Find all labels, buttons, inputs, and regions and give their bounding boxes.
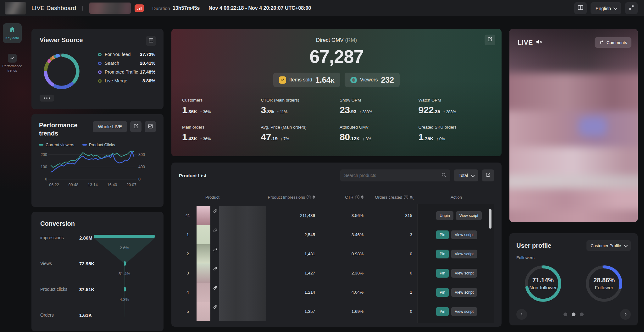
chevron-down-icon <box>624 243 628 247</box>
link-icon[interactable] <box>211 209 219 213</box>
live-status-badge <box>135 4 144 12</box>
viewer-source-card: Viewer Source For You feed37.72%Search20… <box>31 29 164 109</box>
viewer-source-detail-button[interactable] <box>146 36 156 46</box>
gmv-pill-items-sold: Items sold1.64K <box>273 73 340 87</box>
view-script-button[interactable]: View script <box>451 230 477 239</box>
more-options-button[interactable] <box>40 95 54 102</box>
product-rank: 1 <box>179 232 197 237</box>
carousel-dot[interactable] <box>564 313 567 316</box>
scope-selector-button[interactable]: Whole LIVE <box>93 121 127 132</box>
blurred-product-name <box>219 225 266 244</box>
sort-icon[interactable] <box>410 195 412 199</box>
gmv-pill-viewers: Viewers232 <box>345 73 400 87</box>
comments-toggle-button[interactable]: Comments <box>595 37 631 48</box>
metric-delta: ↑11% <box>277 109 288 114</box>
help-icon[interactable]: ? <box>307 195 311 199</box>
ctr-value: 2.38% <box>315 271 364 275</box>
panel-layout-button[interactable] <box>574 2 587 14</box>
table-row: 31,4272.38%0PinView script <box>179 263 494 283</box>
blurred-product-thumbnail <box>197 283 210 302</box>
gmv-pills: Items sold1.64KViewers232 <box>171 73 502 87</box>
gauge-label: Follower <box>593 285 615 290</box>
carousel-dot[interactable] <box>572 313 575 316</box>
impressions-value: 1,214 <box>266 290 315 295</box>
sort-icon[interactable] <box>361 195 364 199</box>
pin-button[interactable]: Pin <box>436 288 449 297</box>
sidebar-item-key-data[interactable]: Key data <box>3 23 22 43</box>
carousel-dot[interactable] <box>580 313 584 316</box>
link-icon[interactable] <box>211 286 219 290</box>
help-icon[interactable]: ? <box>404 195 408 199</box>
conversion-card: Conversion impressions2.86MViews72.95KPr… <box>31 212 164 331</box>
arrow-down-icon: ↓ <box>280 136 283 141</box>
link-icon[interactable] <box>211 228 219 232</box>
view-script-button[interactable]: View script <box>451 288 477 297</box>
edit-product-list-button[interactable] <box>482 169 494 181</box>
date-range: Nov 4 06:22:18 - Nov 4 20:20:07 UTC+08:0… <box>208 5 311 11</box>
legend-swatch <box>98 62 102 65</box>
dropdown-value: Customer Profile <box>591 243 621 248</box>
followers-subtitle: Followers <box>516 255 631 260</box>
gauge-center: 71.14%Non-follower <box>529 277 557 290</box>
view-script-button[interactable]: View script <box>451 269 477 278</box>
metric-int: 922 <box>419 105 434 115</box>
blurred-product-name <box>219 283 266 302</box>
open-trend-chart-button[interactable] <box>145 121 156 132</box>
live-label: LIVE <box>518 39 542 47</box>
legend-value: 8.86% <box>142 78 155 83</box>
arrow-up-icon: ↑ <box>436 136 438 141</box>
live-dashboard-app: LIVE Dashboard Duration 13h57m45s Nov 4 … <box>0 0 644 332</box>
svg-text:0: 0 <box>45 177 47 181</box>
metric-delta: ↓3% <box>363 136 371 141</box>
fullscreen-button[interactable] <box>625 2 638 14</box>
carousel-next-button[interactable] <box>620 309 631 320</box>
pin-button[interactable]: Pin <box>436 269 449 278</box>
funnel-stage-label: Views <box>40 261 77 266</box>
metric-delta: ↑0% <box>436 136 445 141</box>
link-icon[interactable] <box>211 247 219 252</box>
gmv-currency: (RM) <box>345 37 357 43</box>
pin-button[interactable]: Pin <box>436 250 449 258</box>
muted-speaker-icon[interactable] <box>536 39 542 47</box>
metric-customers: Customers1.36K↑36% <box>182 98 255 115</box>
metric-value: 3.8%↑11% <box>261 105 334 115</box>
gauge-follower: 28.86%Follower <box>580 264 628 303</box>
edit-icon <box>487 37 492 43</box>
search-input[interactable] <box>344 173 441 178</box>
unpin-button[interactable]: Unpin <box>436 211 453 220</box>
edit-icon <box>133 124 139 130</box>
language-selector[interactable]: English <box>591 2 621 14</box>
metric-value: 1.43K↑36% <box>182 132 255 142</box>
action-cell: PinView script <box>419 230 494 239</box>
table-scrollbar-thumb[interactable] <box>489 209 491 229</box>
funnel-rate-label: 4.3% <box>94 297 155 302</box>
view-script-button[interactable]: View script <box>451 250 477 258</box>
svg-text:20:07: 20:07 <box>126 183 136 187</box>
sort-icon[interactable] <box>313 195 315 199</box>
metric-dec: .43K <box>187 136 197 141</box>
link-icon[interactable] <box>211 267 219 271</box>
help-icon[interactable]: ? <box>355 195 359 199</box>
view-script-button[interactable]: View script <box>451 307 477 316</box>
metric-attributed-gmv: Attributed GMV80.12K↓3% <box>340 125 412 142</box>
language-value: English <box>596 6 611 11</box>
funnel-stage-label: impressions <box>40 235 77 240</box>
carousel-prev-button[interactable] <box>516 309 527 320</box>
impressions-value: 211,436 <box>266 213 315 218</box>
pin-button[interactable]: Pin <box>436 307 449 316</box>
blurred-account-name <box>89 3 131 14</box>
edit-gmv-card-button[interactable] <box>485 35 495 45</box>
link-icon[interactable] <box>211 305 219 309</box>
customer-profile-dropdown[interactable]: Customer Profile <box>586 240 631 251</box>
view-script-button[interactable]: View script <box>456 211 482 220</box>
legend-label: For You feed <box>105 52 130 57</box>
pin-button[interactable]: Pin <box>436 230 449 239</box>
funnel-stage-label: Orders <box>40 313 77 318</box>
sidebar-item-performance-trends[interactable]: Performance trends <box>3 51 22 75</box>
edit-chart-button[interactable] <box>130 121 142 132</box>
search-icon[interactable] <box>441 172 447 179</box>
total-filter-dropdown[interactable]: Total <box>454 169 478 181</box>
metric-value: 47.19↓7% <box>261 132 334 142</box>
funnel-stage-label: Product clicks <box>40 287 77 292</box>
metric-delta-value: 36% <box>203 110 211 114</box>
